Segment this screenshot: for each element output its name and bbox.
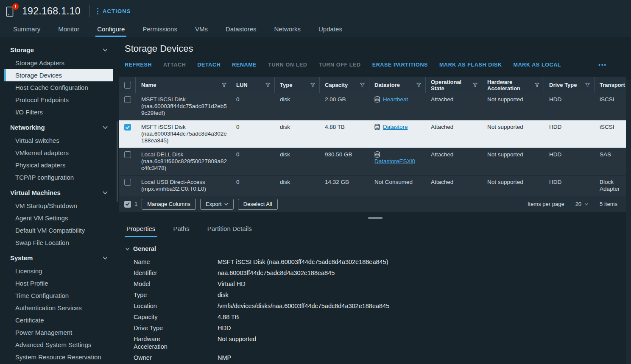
sidebar-group-header-storage[interactable]: Storage [0, 43, 119, 57]
filter-icon[interactable] [222, 83, 226, 87]
sidebar-item-authentication-services[interactable]: Authentication Services [0, 302, 119, 314]
transport-cell: SAS [595, 148, 626, 175]
tab-networks[interactable]: Networks [273, 22, 303, 37]
deselect-all-button[interactable]: Deselect All [238, 199, 278, 210]
sidebar-item-default-vm-compatibility[interactable]: Default VM Compatibility [0, 224, 119, 236]
column-header-name[interactable]: Name [136, 77, 231, 93]
items-per-page-select[interactable]: 20 [575, 201, 589, 207]
sidebar-item-agent-vm-settings[interactable]: Agent VM Settings [0, 212, 119, 224]
column-header-type[interactable]: Type [275, 77, 320, 93]
sidebar-item-virtual-switches[interactable]: Virtual switches [0, 134, 119, 147]
sidebar-item-storage-devices[interactable]: Storage Devices [4, 69, 113, 81]
sidebar-group-virtual-machines: Virtual MachinesVM Startup/ShutdownAgent… [0, 186, 119, 249]
tab-partition-details[interactable]: Partition Details [206, 225, 254, 237]
main-scrollbar[interactable] [626, 80, 631, 364]
column-header-transport[interactable]: Transport [595, 77, 629, 93]
more-actions-button[interactable]: ••• [598, 61, 607, 68]
tab-properties[interactable]: Properties [125, 225, 157, 237]
general-section-header[interactable]: General [125, 245, 631, 252]
table-row[interactable]: MSFT iSCSI Disk (naa.60003ff44dc75adc8d4… [119, 120, 626, 148]
sidebar-group-header-networking[interactable]: Networking [0, 121, 119, 134]
mark-as-flash-disk-button[interactable]: MARK AS FLASH DISK [439, 62, 502, 68]
sidebar-item-advanced-system-settings[interactable]: Advanced System Settings [0, 339, 119, 351]
column-header-operational-state[interactable]: Operational State [426, 77, 482, 93]
select-all-checkbox[interactable] [124, 82, 131, 89]
property-row: Capacity4.88 TB [134, 313, 631, 321]
column-header-datastore[interactable]: Datastore [369, 77, 426, 93]
manage-columns-button[interactable]: Manage Columns [142, 199, 196, 210]
filter-icon[interactable] [416, 83, 421, 87]
property-label: Type [134, 291, 218, 299]
type-cell: disk [275, 148, 320, 175]
sidebar-item-certificate[interactable]: Certificate [0, 314, 119, 326]
sidebar-item-storage-adapters[interactable]: Storage Adapters [0, 57, 119, 69]
row-checkbox[interactable] [124, 179, 131, 186]
device-name-cell: MSFT iSCSI Disk (naa.60003ff44dc75adc8d4… [136, 120, 231, 147]
storage-devices-table: NameLUNTypeCapacityDatastoreOperational … [119, 77, 626, 212]
sidebar-item-power-management[interactable]: Power Management [0, 326, 119, 339]
sidebar-item-system-resource-reservation[interactable]: System Resource Reservation [0, 351, 119, 363]
filter-icon[interactable] [265, 83, 270, 87]
datastore-link[interactable]: Heartbeat [383, 96, 408, 103]
erase-partitions-button[interactable]: ERASE PARTITIONS [372, 62, 428, 68]
datastore-link[interactable]: Datastore [383, 124, 408, 130]
tab-summary[interactable]: Summary [11, 22, 42, 37]
filter-icon[interactable] [360, 83, 365, 87]
datastore-link[interactable]: DatastoreESXi0 [374, 158, 415, 164]
selection-summary-checkbox[interactable] [124, 201, 131, 208]
column-header-hardware-acceleration[interactable]: Hardware Acceleration [482, 77, 544, 93]
column-header-label: Type [280, 82, 292, 88]
sidebar-item-swap-file-location[interactable]: Swap File Location [0, 236, 119, 249]
sidebar-item-host-cache-configuration[interactable]: Host Cache Configuration [0, 81, 119, 94]
tab-configure[interactable]: Configure [95, 22, 126, 37]
mark-as-local-button[interactable]: MARK AS LOCAL [514, 62, 561, 68]
sidebar-group-header-virtual-machines[interactable]: Virtual Machines [0, 186, 119, 200]
column-header-lun[interactable]: LUN [231, 77, 275, 93]
sidebar-group-header-system[interactable]: System [0, 251, 119, 265]
detach-button[interactable]: DETACH [197, 62, 221, 68]
filter-icon[interactable] [535, 83, 539, 87]
property-label: Owner [134, 354, 218, 361]
table-header-checkbox-cell [119, 77, 136, 93]
table-row[interactable]: Local USB Direct-Access (mpx.vmhba32:C0:… [119, 175, 626, 196]
sidebar-item-physical-adapters[interactable]: Physical adapters [0, 159, 119, 171]
sidebar-item-tcp-ip-configuration[interactable]: TCP/IP configuration [0, 171, 119, 183]
row-checkbox[interactable] [124, 124, 131, 131]
filter-icon[interactable] [310, 83, 315, 87]
tab-permissions[interactable]: Permissions [141, 22, 179, 37]
actions-button[interactable]: ACTIONS [103, 8, 131, 14]
tab-vms[interactable]: VMs [193, 22, 209, 37]
drive-type-cell: HDD [544, 175, 595, 196]
refresh-button[interactable]: REFRESH [125, 62, 152, 68]
column-header-capacity[interactable]: Capacity [320, 77, 369, 93]
sidebar-item-time-configuration[interactable]: Time Configuration [0, 289, 119, 302]
datastore-cell: Not Consumed [369, 175, 426, 196]
sidebar-item-protocol-endpoints[interactable]: Protocol Endpoints [0, 94, 119, 106]
filter-icon[interactable] [473, 83, 477, 87]
tab-datastores[interactable]: Datastores [224, 22, 258, 37]
table-row[interactable]: MSFT iSCSI Disk (naa.60003ff44dc75adc871… [119, 93, 626, 120]
lun-cell: 0 [231, 120, 275, 147]
property-row: ModelVirtual HD [134, 280, 631, 288]
tab-monitor[interactable]: Monitor [56, 22, 81, 37]
export-button[interactable]: Export [200, 199, 234, 210]
sidebar-item-host-profile[interactable]: Host Profile [0, 277, 119, 289]
sidebar-item-licensing[interactable]: Licensing [0, 265, 119, 277]
items-per-page-label: Items per page [528, 201, 564, 207]
chevron-down-icon [125, 247, 130, 250]
column-header-drive-type[interactable]: Drive Type [544, 77, 595, 93]
sidebar-item-i-o-filters[interactable]: I/O Filters [0, 106, 119, 118]
rename-button[interactable]: RENAME [232, 62, 257, 68]
sidebar-item-vm-startup-shutdown[interactable]: VM Startup/Shutdown [0, 200, 119, 212]
property-label: Model [134, 280, 218, 288]
tab-paths[interactable]: Paths [171, 225, 191, 237]
row-checkbox[interactable] [124, 151, 131, 158]
row-checkbox[interactable] [124, 96, 131, 103]
kebab-menu-icon[interactable] [97, 8, 98, 14]
table-row[interactable]: Local DELL Disk (naa.6c81f660c828f500278… [119, 148, 626, 175]
panel-resize-handle[interactable] [368, 217, 383, 219]
sidebar-item-vmkernel-adapters[interactable]: VMkernel adapters [0, 147, 119, 159]
datastore-cell: Datastore [369, 120, 426, 147]
tab-updates[interactable]: Updates [317, 22, 344, 37]
filter-icon[interactable] [585, 83, 590, 87]
